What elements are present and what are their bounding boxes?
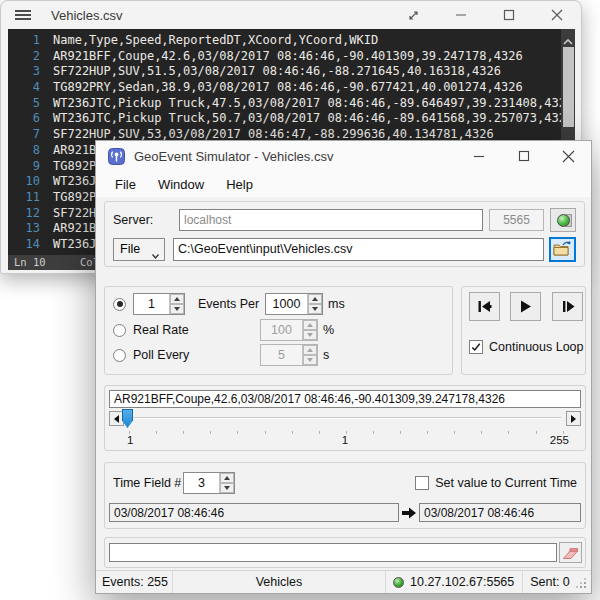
poll-value: 5	[261, 345, 302, 365]
poll-every-label: Poll Every	[133, 348, 260, 362]
close-icon[interactable]	[533, 1, 581, 29]
line-number: 12	[8, 206, 40, 222]
spin-up-icon[interactable]	[308, 294, 322, 304]
time-group: Time Field # 3 Set value to Current Time…	[104, 462, 586, 529]
events-count-status: Events: 255	[102, 575, 168, 589]
slider-track[interactable]	[128, 417, 561, 419]
slider-current-label: 1	[105, 434, 585, 446]
spin-down-icon[interactable]	[308, 304, 322, 314]
playback-group: Continuous Loop	[461, 286, 586, 375]
geoevent-simulator-window: GeoEvent Simulator - Vehicles.csv File W…	[95, 140, 592, 594]
time-from-field[interactable]: 03/08/2017 08:46:46	[109, 503, 399, 522]
connect-status-icon	[557, 214, 570, 227]
slider-right-button[interactable]	[566, 411, 581, 426]
port-input[interactable]: 5565	[489, 209, 544, 231]
menu-help[interactable]: Help	[215, 173, 264, 196]
expand-icon[interactable]	[389, 1, 437, 29]
spin-up-icon[interactable]	[303, 320, 317, 330]
slider-left-button[interactable]	[109, 411, 124, 426]
spin-up-icon[interactable]	[220, 473, 234, 483]
time-to-field[interactable]: 03/08/2017 08:46:46	[419, 503, 581, 522]
poll-spinner[interactable]: 5	[260, 344, 318, 366]
resize-grip[interactable]	[584, 586, 586, 588]
poll-every-radio[interactable]	[113, 349, 126, 362]
line-number: 9	[8, 159, 40, 175]
app-icon	[108, 148, 125, 165]
folder-icon	[553, 241, 572, 257]
editor-line: 3SF722HUP,SUV,51.5,03/08/2017 08:46:46,-…	[8, 64, 575, 80]
line-text: AR921BFF,Coupe,42.6,03/08/2017 08:46:46,…	[40, 49, 523, 65]
real-rate-label: Real Rate	[133, 323, 260, 337]
spin-up-icon[interactable]	[303, 345, 317, 355]
browse-folder-button[interactable]	[549, 237, 576, 262]
spin-up-icon[interactable]	[170, 294, 184, 304]
scrollbar-thumb[interactable]	[563, 47, 574, 127]
events-per-radio[interactable]	[113, 298, 126, 311]
menu-window[interactable]: Window	[147, 173, 215, 196]
editor-titlebar: Vehicles.csv	[1, 1, 581, 29]
simulator-statusbar: Events: 255 Vehicles 10.27.102.67:5565 S…	[96, 570, 591, 593]
ms-label: ms	[328, 297, 345, 311]
line-indicator: Ln 10	[14, 255, 46, 270]
real-rate-value: 100	[261, 320, 302, 340]
source-type-select[interactable]: File	[113, 238, 165, 261]
sent-count-status: Sent: 0	[530, 575, 570, 589]
line-text: WT236JTC,Pickup Truck,50.7,03/08/2017 08…	[40, 111, 573, 127]
line-number: 2	[8, 49, 40, 65]
line-text: Name,Type,Speed,ReportedDT,XCoord,YCoord…	[40, 33, 378, 49]
spin-down-icon[interactable]	[220, 483, 234, 493]
line-number: 3	[8, 64, 40, 80]
editor-line: 6WT236JTC,Pickup Truck,50.7,03/08/2017 0…	[8, 111, 575, 127]
set-current-time-label: Set value to Current Time	[435, 476, 577, 490]
spin-down-icon[interactable]	[170, 304, 184, 314]
source-type-value: File	[120, 242, 140, 256]
maximize-icon[interactable]	[501, 141, 546, 171]
real-rate-radio[interactable]	[113, 324, 126, 337]
clear-button[interactable]	[559, 542, 582, 563]
set-current-time-checkbox[interactable]	[415, 476, 429, 490]
time-field-spinner[interactable]: 3	[183, 472, 235, 494]
slider-max-label: 255	[550, 434, 569, 446]
line-number: 11	[8, 190, 40, 206]
arrow-right-icon	[571, 415, 576, 423]
real-rate-spinner[interactable]: 100	[260, 319, 318, 341]
events-count-spinner[interactable]: 1	[133, 293, 185, 315]
line-number: 5	[8, 96, 40, 112]
spin-down-icon[interactable]	[303, 330, 317, 340]
editor-window-title: Vehicles.csv	[51, 8, 123, 23]
maximize-icon[interactable]	[485, 1, 533, 29]
line-number: 4	[8, 80, 40, 96]
current-event-field[interactable]: AR921BFF,Coupe,42.6,03/08/2017 08:46:46,…	[109, 390, 581, 408]
close-icon[interactable]	[546, 141, 591, 171]
scrollbar-up-icon[interactable]	[562, 33, 574, 43]
step-forward-icon	[561, 300, 575, 313]
eraser-icon	[562, 546, 579, 560]
skip-to-start-button[interactable]	[469, 292, 500, 321]
connection-status-icon	[393, 577, 404, 588]
interval-ms-value: 1000	[266, 294, 307, 314]
connection-group: Server: localhost 5565 File C:\GeoEvent\…	[104, 201, 585, 267]
menu-file[interactable]: File	[104, 173, 147, 196]
menubar: File Window Help	[96, 171, 591, 197]
seconds-label: s	[323, 348, 329, 362]
editor-line: 5WT236JTC,Pickup Truck,47.5,03/08/2017 0…	[8, 96, 575, 112]
time-field-label: Time Field #	[113, 476, 183, 490]
hamburger-menu-icon[interactable]	[15, 10, 31, 20]
continuous-loop-label: Continuous Loop	[489, 340, 584, 354]
spin-down-icon[interactable]	[303, 355, 317, 365]
server-input[interactable]: localhost	[179, 209, 483, 231]
file-path-input[interactable]: C:\GeoEvent\input\Vehicles.csv	[173, 238, 544, 261]
checkmark-icon	[471, 342, 481, 352]
line-text: TG892PRY,Sedan,38.9,03/08/2017 08:46:46,…	[40, 80, 523, 96]
line-number: 13	[8, 221, 40, 237]
continuous-loop-checkbox[interactable]	[469, 340, 483, 354]
minimize-icon[interactable]	[437, 1, 485, 29]
step-forward-button[interactable]	[552, 292, 583, 321]
play-button[interactable]	[510, 292, 541, 321]
line-number: 1	[8, 33, 40, 49]
events-per-label: Events Per	[198, 297, 260, 311]
minimize-icon[interactable]	[456, 141, 501, 171]
connect-button[interactable]	[550, 208, 576, 232]
time-field-value: 3	[184, 473, 219, 493]
interval-ms-spinner[interactable]: 1000	[265, 293, 323, 315]
